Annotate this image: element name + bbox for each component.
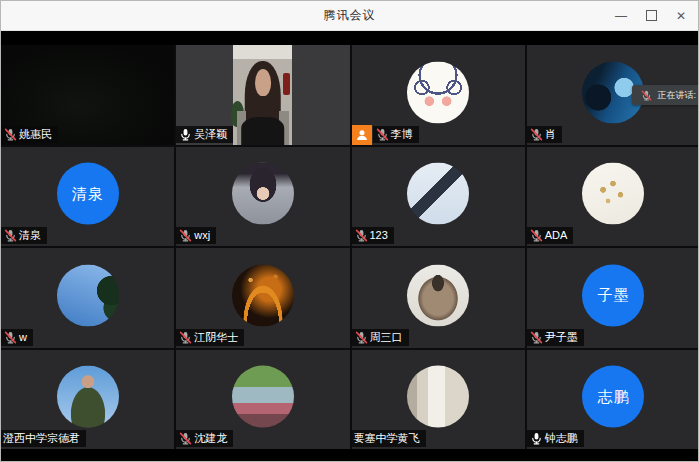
participant-name: 周三口 <box>370 331 403 344</box>
participant-name: 沈建龙 <box>194 432 227 445</box>
participant-name-label: 清泉 <box>1 227 47 244</box>
participant-name-label: 李博 <box>373 126 419 143</box>
participant-name: ADA <box>545 229 568 242</box>
initials-avatar: 志鹏 <box>582 366 644 428</box>
participant-name: 江阴华士 <box>194 331 238 344</box>
mic-muted-icon <box>355 229 368 242</box>
initials-avatar: 子墨 <box>582 264 644 326</box>
avatar <box>407 264 469 326</box>
participant-tile[interactable]: wxj <box>176 147 349 247</box>
titlebar: 腾讯会议 — ✕ <box>1 1 698 31</box>
participant-name-label: 钟志鹏 <box>527 430 584 447</box>
participant-name-label: 吴泽颖 <box>176 126 233 143</box>
participant-tile[interactable]: 沈建龙 <box>176 350 349 450</box>
participant-tile[interactable]: 李博 <box>352 45 525 145</box>
participant-name-label: 江阴华士 <box>176 329 244 346</box>
participant-name-label: 沈建龙 <box>176 430 233 447</box>
close-button[interactable]: ✕ <box>666 1 696 30</box>
participant-name: 123 <box>370 229 388 242</box>
initials-avatar: 清泉 <box>57 163 119 225</box>
participant-name-label: w <box>1 329 33 346</box>
mic-muted-icon <box>179 432 192 445</box>
avatar <box>232 264 294 326</box>
avatar <box>407 163 469 225</box>
participant-name: 清泉 <box>19 229 41 242</box>
window-title: 腾讯会议 <box>1 7 698 24</box>
participant-name: 李博 <box>391 128 413 141</box>
mic-muted-icon <box>530 229 543 242</box>
participant-name: 尹子墨 <box>545 331 578 344</box>
avatar <box>57 264 119 326</box>
participant-tile[interactable]: 志鹏钟志鹏 <box>527 350 699 450</box>
mic-muted-icon <box>4 331 17 344</box>
participant-name: 吴泽颖 <box>194 128 227 141</box>
window-controls: — ✕ <box>606 1 696 30</box>
participant-tile[interactable]: w <box>1 248 174 348</box>
mic-muted-icon <box>4 128 17 141</box>
participant-name-label: 要塞中学黄飞 <box>352 430 426 447</box>
mic-muted-icon <box>179 331 192 344</box>
speaking-indicator: 正在讲话: <box>632 85 698 105</box>
mic-on-icon <box>179 128 192 141</box>
participant-name-label: 尹子墨 <box>527 329 584 346</box>
minimize-button[interactable]: — <box>606 1 636 30</box>
participant-name: 澄西中学宗德君 <box>3 432 80 445</box>
participant-name-label: 肖 <box>527 126 562 143</box>
avatar <box>582 163 644 225</box>
mic-muted-icon <box>355 331 368 344</box>
participant-tile[interactable]: 周三口 <box>352 248 525 348</box>
participant-name: w <box>19 331 27 344</box>
avatar <box>232 163 294 225</box>
mic-muted-icon <box>641 90 652 101</box>
participant-name-label: 澄西中学宗德君 <box>1 430 86 447</box>
mic-muted-icon <box>530 128 543 141</box>
participant-video <box>233 45 292 145</box>
participant-tile[interactable]: 要塞中学黄飞 <box>352 350 525 450</box>
meeting-window: 腾讯会议 — ✕ 姚惠民吴泽颖李博肖清泉清泉wxj123ADAw江阴华士周三口子… <box>0 0 699 462</box>
participant-tile[interactable]: 清泉清泉 <box>1 147 174 247</box>
participant-tile[interactable]: 澄西中学宗德君 <box>1 350 174 450</box>
participant-name-label: ADA <box>527 227 574 244</box>
speaking-indicator-label: 正在讲话: <box>657 89 696 102</box>
mic-on-icon <box>530 432 543 445</box>
participant-name: 肖 <box>545 128 556 141</box>
avatar <box>407 61 469 123</box>
participant-tile[interactable]: 子墨尹子墨 <box>527 248 699 348</box>
participant-tile[interactable]: 江阴华士 <box>176 248 349 348</box>
participant-name: 钟志鹏 <box>545 432 578 445</box>
mic-muted-icon <box>4 229 17 242</box>
participant-name-label: 123 <box>352 227 394 244</box>
video-pillarbox <box>292 45 349 145</box>
mic-muted-icon <box>179 229 192 242</box>
participant-name: wxj <box>194 229 210 242</box>
participant-name: 姚惠民 <box>19 128 52 141</box>
participant-tile[interactable]: ADA <box>527 147 699 247</box>
avatar <box>232 366 294 428</box>
participant-grid: 姚惠民吴泽颖李博肖清泉清泉wxj123ADAw江阴华士周三口子墨尹子墨澄西中学宗… <box>1 45 699 449</box>
mic-muted-icon <box>530 331 543 344</box>
maximize-button[interactable] <box>636 1 666 30</box>
participant-tile[interactable]: 姚惠民 <box>1 45 174 145</box>
participant-tile[interactable]: 吴泽颖 <box>176 45 349 145</box>
participant-tile[interactable]: 123 <box>352 147 525 247</box>
host-badge-icon <box>352 125 372 145</box>
participant-name-label: 姚惠民 <box>1 126 58 143</box>
avatar <box>407 366 469 428</box>
avatar <box>57 366 119 428</box>
participant-name-label: 周三口 <box>352 329 409 346</box>
participant-name: 要塞中学黄飞 <box>354 432 420 445</box>
meeting-stage: 姚惠民吴泽颖李博肖清泉清泉wxj123ADAw江阴华士周三口子墨尹子墨澄西中学宗… <box>1 31 698 461</box>
mic-muted-icon <box>376 128 389 141</box>
maximize-icon <box>646 10 657 21</box>
participant-name-label: wxj <box>176 227 216 244</box>
